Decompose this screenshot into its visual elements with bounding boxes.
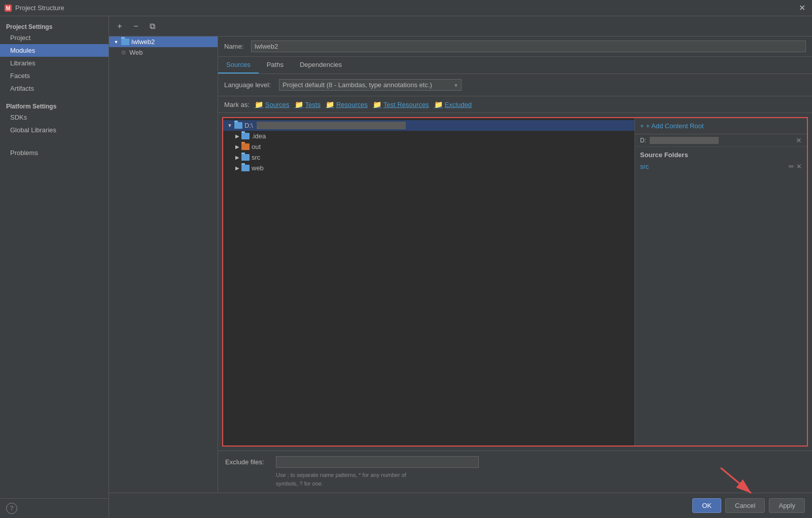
web-folder-icon bbox=[241, 165, 250, 171]
expand-icon: ▶ bbox=[235, 155, 239, 160]
project-settings-header: Project Settings bbox=[0, 20, 109, 31]
tab-sources[interactable]: Sources bbox=[218, 57, 259, 73]
file-tree-item-src[interactable]: ▶ src bbox=[223, 152, 634, 163]
info-panel-header: + + Add Content Root bbox=[635, 118, 807, 134]
add-content-root-button[interactable]: + + Add Content Root bbox=[640, 122, 703, 130]
sidebar: Project Settings Project Modules Librari… bbox=[0, 16, 109, 518]
expand-icon: ▶ bbox=[235, 144, 239, 150]
remove-content-root-button[interactable]: ✕ bbox=[796, 136, 802, 144]
arrow-indicator bbox=[716, 463, 756, 498]
src-folder-icon bbox=[241, 154, 250, 161]
folder-icon bbox=[121, 39, 129, 45]
resources-folder-icon: 📁 bbox=[326, 100, 334, 108]
apply-button[interactable]: Apply bbox=[769, 498, 805, 513]
platform-settings-header: Platform Settings bbox=[0, 100, 109, 111]
copy-module-button[interactable]: ⧉ bbox=[146, 20, 159, 33]
root-folder-icon bbox=[234, 122, 242, 129]
sources-panel: Language level: Project default (8 - Lam… bbox=[218, 74, 812, 493]
detail-panel: Name: Sources Paths Dependencies bbox=[218, 36, 812, 493]
file-tree-item-out[interactable]: ▶ out bbox=[223, 141, 634, 152]
name-input[interactable] bbox=[251, 41, 806, 52]
source-folders-section: Source Folders src ✏ ✕ bbox=[635, 147, 807, 175]
right-panel: + − ⧉ ▼ lwlweb2 ⊙ Web bbox=[109, 16, 812, 518]
mark-as-label: Mark as: bbox=[224, 101, 250, 108]
apply-arrow-container bbox=[716, 463, 756, 500]
module-tree[interactable]: ▼ lwlweb2 ⊙ Web bbox=[109, 36, 218, 493]
sidebar-item-modules[interactable]: Modules bbox=[0, 44, 109, 57]
tree-arrow-down: ▼ bbox=[113, 39, 119, 45]
mark-as-resources-button[interactable]: 📁 Resources bbox=[326, 100, 368, 108]
ok-button[interactable]: OK bbox=[692, 498, 721, 513]
web-module-label: Web bbox=[129, 49, 143, 56]
svg-line-3 bbox=[721, 468, 751, 493]
cancel-button[interactable]: Cancel bbox=[725, 498, 765, 513]
expand-icon: ▶ bbox=[235, 165, 239, 171]
sidebar-nav: Project Settings Project Modules Librari… bbox=[0, 16, 109, 163]
source-folder-actions: ✏ ✕ bbox=[789, 163, 802, 170]
sidebar-item-global-libraries[interactable]: Global Libraries bbox=[0, 124, 109, 136]
web-label: web bbox=[252, 164, 264, 172]
svg-text:M: M bbox=[6, 6, 10, 11]
app-icon: M bbox=[4, 4, 12, 12]
split-view: ▼ lwlweb2 ⊙ Web Name: bbox=[109, 36, 812, 493]
sidebar-item-sdks[interactable]: SDKs bbox=[0, 111, 109, 124]
help-button[interactable]: ? bbox=[6, 503, 17, 514]
mark-as-row: Mark as: 📁 Sources 📁 Tests bbox=[218, 96, 812, 113]
excluded-folder-icon: 📁 bbox=[434, 100, 443, 108]
module-name: lwlweb2 bbox=[131, 38, 155, 46]
remove-source-folder-button[interactable]: ✕ bbox=[796, 163, 802, 170]
root-path-label: D:\ ████████████████████████████████ bbox=[244, 122, 406, 129]
main-content: Project Settings Project Modules Librari… bbox=[0, 16, 812, 518]
file-tree-root[interactable]: ▼ D:\ ████████████████████████████████ bbox=[223, 120, 634, 131]
window-title: Project Structure bbox=[15, 4, 796, 12]
mark-as-sources-button[interactable]: 📁 Sources bbox=[255, 100, 290, 108]
lang-level-row: Language level: Project default (8 - Lam… bbox=[218, 74, 812, 96]
content-root-path: D: ████████████████ bbox=[640, 137, 794, 144]
mark-as-excluded-button[interactable]: 📁 Excluded bbox=[434, 100, 472, 108]
file-tree[interactable]: ▼ D:\ ████████████████████████████████ bbox=[223, 118, 634, 446]
info-panel: + + Add Content Root D: ████████████████ bbox=[634, 118, 807, 446]
sidebar-item-problems[interactable]: Problems bbox=[0, 146, 109, 159]
lang-select-wrapper: Project default (8 - Lambdas, type annot… bbox=[279, 79, 462, 91]
tree-item-lwlweb2[interactable]: ▼ lwlweb2 bbox=[109, 36, 218, 47]
tab-content: Language level: Project default (8 - Lam… bbox=[218, 74, 812, 493]
tests-folder-icon: 📁 bbox=[295, 100, 303, 108]
close-button[interactable]: ✕ bbox=[796, 2, 808, 14]
sidebar-item-artifacts[interactable]: Artifacts bbox=[0, 82, 109, 95]
source-folder-item-src: src ✏ ✕ bbox=[640, 162, 802, 171]
title-bar: M Project Structure ✕ bbox=[0, 0, 812, 16]
file-tree-item-idea[interactable]: ▶ .idea bbox=[223, 131, 634, 141]
plus-icon: + bbox=[640, 122, 644, 130]
name-label: Name: bbox=[224, 43, 247, 50]
sidebar-item-libraries[interactable]: Libraries bbox=[0, 57, 109, 69]
redacted-path: ████████████████████████████████ bbox=[257, 122, 406, 129]
tree-item-web[interactable]: ⊙ Web bbox=[109, 47, 218, 58]
web-indicator-icon: ⊙ bbox=[121, 49, 126, 56]
sidebar-item-project[interactable]: Project bbox=[0, 31, 109, 44]
tab-paths[interactable]: Paths bbox=[259, 57, 292, 73]
file-tree-item-web[interactable]: ▶ web bbox=[223, 163, 634, 173]
add-module-button[interactable]: + bbox=[113, 20, 126, 33]
content-root-entry: D: ████████████████ ✕ bbox=[635, 134, 807, 147]
idea-folder-icon bbox=[241, 133, 250, 139]
exclude-files-label: Exclude files: bbox=[225, 458, 271, 466]
expand-icon: ▶ bbox=[235, 133, 239, 139]
sidebar-item-facets[interactable]: Facets bbox=[0, 69, 109, 82]
redacted-root: ████████████████ bbox=[650, 137, 719, 144]
mark-as-tests-button[interactable]: 📁 Tests bbox=[295, 100, 321, 108]
mark-as-test-resources-button[interactable]: 📁 Test Resources bbox=[373, 100, 429, 108]
exclude-files-input[interactable] bbox=[276, 456, 479, 468]
source-folder-src-name: src bbox=[640, 163, 649, 170]
tab-dependencies[interactable]: Dependencies bbox=[292, 57, 350, 73]
lang-level-select[interactable]: Project default (8 - Lambdas, type annot… bbox=[279, 79, 462, 91]
collapse-icon: ▼ bbox=[227, 123, 232, 128]
out-label: out bbox=[252, 143, 261, 151]
edit-source-folder-button[interactable]: ✏ bbox=[789, 163, 794, 170]
src-label: src bbox=[252, 154, 260, 161]
lang-level-label: Language level: bbox=[224, 81, 275, 89]
sources-main-area: ▼ D:\ ████████████████████████████████ bbox=[222, 117, 808, 447]
remove-module-button[interactable]: − bbox=[129, 20, 143, 33]
project-structure-dialog: M Project Structure ✕ Project Settings P… bbox=[0, 0, 812, 518]
dialog-buttons: OK Cancel Apply bbox=[109, 493, 812, 518]
tabs-bar: Sources Paths Dependencies bbox=[218, 57, 812, 74]
